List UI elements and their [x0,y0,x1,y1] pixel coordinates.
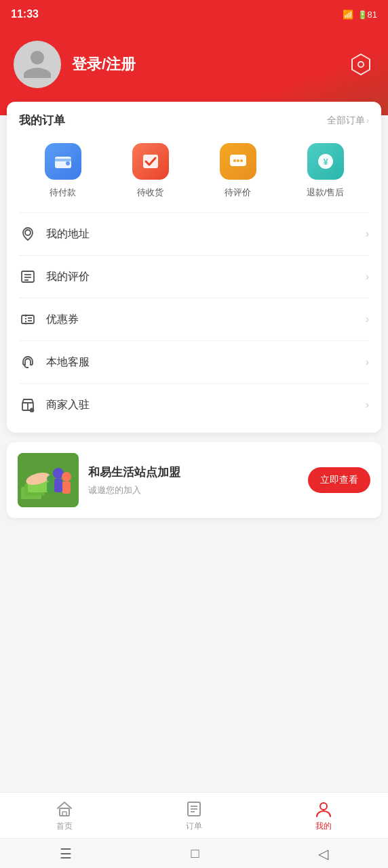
svg-point-36 [62,472,71,481]
svg-point-13 [25,230,31,235]
all-orders-link[interactable]: 全部订单 › [327,115,369,127]
orders-nav-icon [185,800,203,818]
battery-icon: 🔋81 [357,9,377,20]
review-icon-bg [220,143,256,180]
menu-icon[interactable]: ☰ [60,846,72,862]
android-nav: ☰ □ ◁ [0,838,388,868]
wallet-icon [53,151,73,172]
order-item-review[interactable]: 待评价 [194,143,282,199]
coupon-label: 优惠券 [46,313,356,327]
nav-item-orders[interactable]: 订单 [130,800,259,832]
menu-item-address[interactable]: 我的地址 › [7,213,381,255]
checkmark-icon [140,151,161,172]
banner-image [18,453,79,507]
svg-rect-35 [54,479,62,492]
back-icon[interactable]: ◁ [318,846,328,862]
review-label: 待评价 [225,186,251,199]
profile-section[interactable]: 登录/注册 [14,41,136,88]
banner-subtitle: 诚邀您的加入 [88,484,298,496]
merchant-icon [19,396,37,414]
status-time: 11:33 [11,8,39,20]
banner[interactable]: 和易生活站点加盟 诚邀您的加入 立即查看 [7,442,381,518]
home-icon[interactable]: □ [191,846,199,861]
status-icons: 📶 🔋81 [343,9,377,20]
address-icon [19,225,37,243]
home-nav-icon [56,800,73,818]
service-icon [19,353,37,371]
nav-item-mine[interactable]: 我的 [258,800,388,832]
orders-nav-label: 订单 [186,821,202,832]
svg-point-20 [25,315,27,317]
svg-rect-3 [55,159,71,161]
mine-nav-icon [315,800,332,818]
delivery-icon-bg [132,143,169,180]
svg-rect-39 [47,482,54,492]
login-text[interactable]: 登录/注册 [72,54,136,75]
settings-button[interactable] [347,51,374,78]
wifi-icon: 📶 [343,9,353,20]
chevron-right-icon: › [366,271,369,283]
settings-icon [349,53,372,76]
chevron-right-icon: › [366,116,369,125]
status-bar: 11:33 📶 🔋81 [0,0,388,27]
svg-rect-18 [22,315,34,323]
payment-icon-bg [45,143,81,180]
orders-section: 我的订单 全部订单 › 待付款 [7,102,381,212]
svg-point-9 [237,159,239,162]
menu-item-coupon[interactable]: 优惠券 › [7,298,381,340]
orders-title: 我的订单 [19,113,65,128]
chevron-right-icon: › [366,228,369,240]
nav-item-home[interactable]: 首页 [0,800,130,832]
address-label: 我的地址 [46,227,356,241]
banner-title: 和易生活站点加盟 [88,465,298,480]
service-label: 本地客服 [46,355,356,370]
delivery-label: 待收货 [137,186,163,199]
banner-text: 和易生活站点加盟 诚邀您的加入 [88,465,298,496]
svg-point-8 [233,159,236,162]
mine-nav-label: 我的 [315,821,332,832]
review-menu-label: 我的评价 [46,270,356,284]
bottom-nav: 首页 订单 我的 [0,792,388,838]
svg-text:¥: ¥ [323,157,328,167]
svg-point-1 [358,62,364,67]
coupon-icon [19,311,37,328]
banner-button[interactable]: 立即查看 [308,467,370,493]
chevron-right-icon: › [366,356,369,368]
svg-rect-37 [62,481,71,494]
svg-point-10 [240,159,243,162]
payment-label: 待付款 [50,186,76,199]
comment-icon [228,151,248,172]
svg-point-38 [47,475,54,482]
order-item-refund[interactable]: ¥ 退款/售后 [282,143,369,199]
chevron-right-icon: › [366,399,369,411]
merchant-label: 商家入驻 [46,398,356,412]
refund-label: 退款/售后 [307,186,345,199]
svg-point-21 [25,323,27,325]
svg-marker-0 [352,54,370,75]
menu-item-merchant[interactable]: 商家入驻 › [7,384,381,426]
banner-illustration [18,453,79,507]
home-nav-label: 首页 [56,821,73,832]
orders-header: 我的订单 全部订单 › [19,113,369,128]
refund-icon-bg: ¥ [307,143,344,180]
order-item-payment[interactable]: 待付款 [19,143,106,199]
svg-point-4 [66,161,70,165]
refund-icon: ¥ [315,151,336,172]
menu-item-review[interactable]: 我的评价 › [7,256,381,298]
bottom-space [0,525,388,606]
menu-item-service[interactable]: 本地客服 › [7,341,381,383]
order-icons-row: 待付款 待收货 [19,140,369,205]
avatar-icon [20,47,54,81]
main-card: 我的订单 全部订单 › 待付款 [7,102,381,433]
order-item-delivery[interactable]: 待收货 [106,143,194,199]
chevron-right-icon: › [366,313,369,326]
review-menu-icon [19,268,37,285]
svg-point-46 [320,803,327,810]
avatar[interactable] [14,41,61,88]
